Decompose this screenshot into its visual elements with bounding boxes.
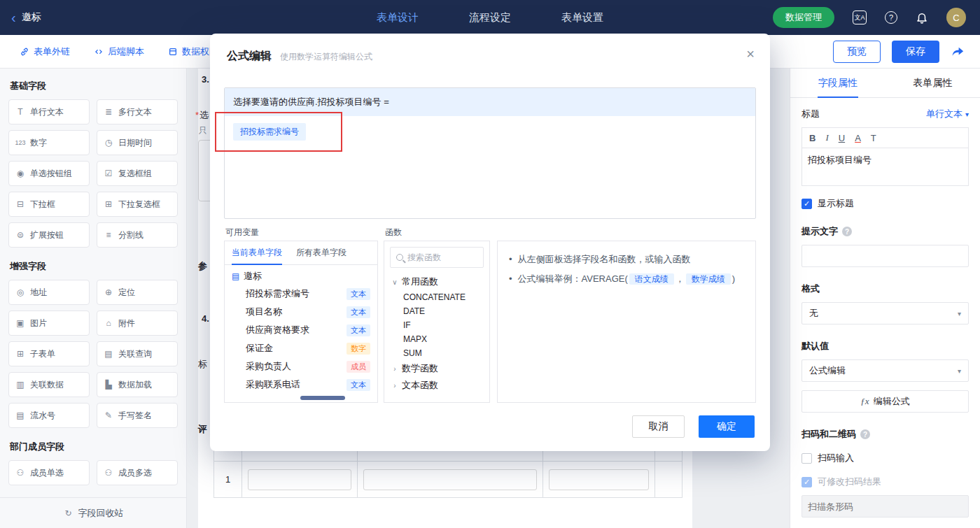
tab-field-properties[interactable]: 字段属性 <box>790 69 886 97</box>
recycle-icon: ↻ <box>63 508 74 518</box>
checkbox-checked-icon[interactable]: ✓ <box>802 199 812 209</box>
format-select[interactable]: 无 ▾ <box>802 302 969 324</box>
italic-button[interactable]: I <box>825 132 828 143</box>
field-dropdown-multi[interactable]: ⊞下拉复选框 <box>97 192 178 217</box>
divider-icon: ≡ <box>103 230 114 240</box>
field-member-multi[interactable]: ⚇成员多选 <box>97 460 178 485</box>
field-divider[interactable]: ≡分割线 <box>97 222 178 248</box>
back-icon[interactable]: ‹ <box>11 10 16 24</box>
function-item[interactable]: CONCATENATE <box>384 290 489 304</box>
fx-icon: ƒx <box>860 396 869 407</box>
checkbox-unchecked-icon[interactable] <box>802 453 812 464</box>
variable-item[interactable]: 招投标需求编号 文本 <box>225 285 377 303</box>
form-node[interactable]: ▤ 邀标 <box>225 265 377 285</box>
tab-form-settings[interactable]: 表单设置 <box>561 11 603 24</box>
data-manage-button[interactable]: 数据管理 <box>773 7 834 28</box>
preview-button[interactable]: 预览 <box>833 41 881 63</box>
field-checkbox-group[interactable]: ☑复选框组 <box>97 161 178 186</box>
horizontal-scrollbar[interactable] <box>300 396 345 400</box>
function-item[interactable]: DATE <box>384 304 489 318</box>
field-attachment[interactable]: ⌂附件 <box>97 311 178 336</box>
question-icon[interactable]: ? <box>860 429 870 439</box>
variable-item[interactable]: 保证金 数字 <box>225 339 377 357</box>
question-icon[interactable]: ? <box>842 227 852 236</box>
edit-formula-button[interactable]: ƒx 编辑公式 <box>802 390 969 413</box>
formula-variable-chip[interactable]: 招投标需求编号 <box>233 123 306 141</box>
radio-icon: ◉ <box>15 169 26 178</box>
variable-item[interactable]: 供应商资格要求 文本 <box>225 321 377 339</box>
formula-input-area[interactable]: 招投标需求编号 <box>225 116 755 148</box>
variable-item[interactable]: 采购负责人 成员 <box>225 357 377 376</box>
field-linked-data[interactable]: ▥关联数据 <box>8 372 90 397</box>
scan-input-checkbox[interactable]: 扫码输入 <box>802 452 969 464</box>
table-row-index: 1 <box>214 461 242 497</box>
bell-icon[interactable] <box>916 11 928 24</box>
form-name: 邀标 <box>22 11 41 24</box>
type-badge: 文本 <box>346 379 370 391</box>
function-search-input[interactable]: 搜索函数 <box>390 247 484 268</box>
field-signature[interactable]: ✎手写签名 <box>97 403 178 428</box>
functions-label: 函数 <box>385 227 402 238</box>
default-value-select[interactable]: 公式编辑 ▾ <box>802 359 969 382</box>
font-size-button[interactable]: T <box>871 133 876 143</box>
variables-panel: 当前表单字段 所有表单字段 ▤ 邀标 招投标需求编号 文本 项目名称 文本 供应… <box>224 241 378 403</box>
share-icon[interactable] <box>951 45 965 58</box>
tab-all-form-fields[interactable]: 所有表单字段 <box>289 241 354 264</box>
tab-flow-settings[interactable]: 流程设定 <box>469 11 511 24</box>
field-extend-button[interactable]: ⊜扩展按钮 <box>8 222 90 248</box>
linked-query-icon: ▤ <box>103 349 114 359</box>
underline-button[interactable]: U <box>839 133 845 143</box>
type-badge: 文本 <box>346 324 370 336</box>
variable-item[interactable]: 项目名称 文本 <box>225 303 377 321</box>
function-group-common[interactable]: ∨ 常用函数 <box>384 273 489 290</box>
tab-form-properties[interactable]: 表单属性 <box>886 69 980 97</box>
table-cell-extra <box>655 461 682 497</box>
function-group-text[interactable]: › 文本函数 <box>384 377 489 394</box>
field-image[interactable]: ▣图片 <box>8 311 90 336</box>
field-serial-number[interactable]: ▤流水号 <box>8 403 90 428</box>
help-icon[interactable]: ? <box>885 11 897 24</box>
field-linked-query[interactable]: ▤关联查询 <box>97 341 178 366</box>
tab-form-design[interactable]: 表单设计 <box>377 11 419 24</box>
language-icon[interactable]: 文A <box>853 10 867 24</box>
field-address[interactable]: ◎地址 <box>8 280 90 305</box>
tab-current-form-fields[interactable]: 当前表单字段 <box>225 241 289 264</box>
field-data-load[interactable]: ▙数据加载 <box>97 372 178 397</box>
field-type-dropdown[interactable]: 单行文本 ▾ <box>926 108 969 120</box>
show-title-checkbox[interactable]: ✓ 显示标题 <box>802 197 969 210</box>
back-nav[interactable]: ‹ 邀标 <box>0 10 175 24</box>
field-location[interactable]: ⊕定位 <box>97 280 178 305</box>
function-item[interactable]: SUM <box>384 346 489 360</box>
table-cell-input[interactable] <box>363 469 537 490</box>
field-title-input[interactable]: 招投标项目编号 <box>802 148 969 186</box>
field-multi-line-text[interactable]: ≣多行文本 <box>97 99 178 124</box>
variable-item[interactable]: 采购联系电话 文本 <box>225 376 377 394</box>
confirm-button[interactable]: 确定 <box>699 415 755 438</box>
table-cell-input[interactable] <box>549 469 649 490</box>
field-member-single[interactable]: ⚇成员单选 <box>8 460 90 485</box>
field-single-line-text[interactable]: T单行文本 <box>8 99 90 124</box>
hint-text-input[interactable] <box>802 245 969 267</box>
chevron-right-icon: › <box>391 365 398 373</box>
people-icon: ⚇ <box>103 468 114 478</box>
backend-script-button[interactable]: 后端脚本 <box>94 45 144 58</box>
field-subform[interactable]: ⊞子表单 <box>8 341 90 366</box>
external-link-button[interactable]: 表单外链 <box>20 45 70 58</box>
avatar[interactable]: C <box>946 8 966 27</box>
field-dropdown[interactable]: ⊟下拉框 <box>8 192 90 217</box>
function-item[interactable]: IF <box>384 318 489 332</box>
field-datetime[interactable]: ◷日期时间 <box>97 130 178 155</box>
bold-button[interactable]: B <box>809 133 816 143</box>
close-icon[interactable]: × <box>746 46 755 62</box>
save-button[interactable]: 保存 <box>892 41 939 63</box>
table-cell-input[interactable] <box>248 469 351 490</box>
font-color-button[interactable]: A <box>855 133 861 143</box>
field-recycle-bin[interactable]: ↻ 字段回收站 <box>0 497 186 528</box>
main-nav-tabs: 表单设计 流程设定 表单设置 <box>377 11 603 24</box>
function-item[interactable]: MAPX <box>384 332 489 346</box>
function-group-math[interactable]: › 数学函数 <box>384 360 489 377</box>
clock-icon: ◷ <box>103 138 114 148</box>
field-number[interactable]: 123数字 <box>8 130 90 155</box>
field-radio-group[interactable]: ◉单选按钮组 <box>8 161 90 186</box>
cancel-button[interactable]: 取消 <box>632 415 685 438</box>
